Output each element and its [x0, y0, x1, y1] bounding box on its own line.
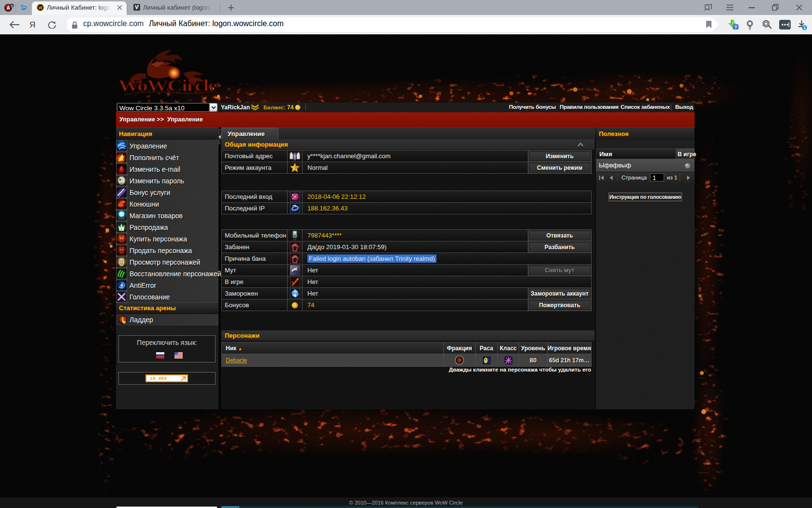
- svg-text:1: 1: [803, 25, 806, 30]
- svg-text:WoWCircle: WoWCircle: [118, 76, 217, 95]
- svg-text:5: 5: [11, 4, 13, 8]
- svg-text:?: ?: [734, 25, 737, 30]
- svg-text:W: W: [38, 5, 43, 10]
- svg-text:A: A: [6, 5, 10, 11]
